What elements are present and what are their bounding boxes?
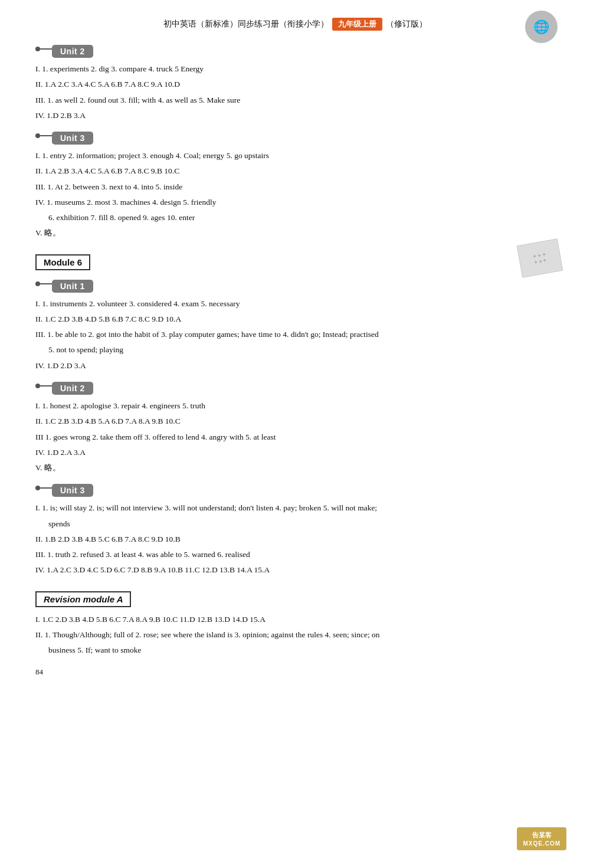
answer-line: II. 1.B 2.D 3.B 4.B 5.C 6.B 7.A 8.C 9.D … [35,533,555,546]
answer-line: I. 1. entry 2. information; project 3. e… [35,149,555,162]
answer-line: III 1. goes wrong 2. take them off 3. of… [35,431,555,444]
answer-line: III. 1. be able to 2. got into the habit… [35,328,555,341]
unit-section: Unit 2I. 1. experiments 2. dig 3. compar… [35,41,555,122]
grade-badge: 九年级上册 [332,18,382,31]
unit-label: Unit 3 [52,484,93,497]
answer-line: III. 1. At 2. between 3. next to 4. into… [35,181,555,194]
unit-badge-row: Unit 3 [35,484,93,497]
answer-line: II. 1.C 2.D 3.B 4.D 5.B 6.B 7.C 8.C 9.D … [35,313,555,326]
page-header: 初中英语（新标准）同步练习册（衔接小学） 九年级上册 （修订版） [35,18,555,31]
answer-line: III. 1. as well 2. found out 3. fill; wi… [35,94,555,107]
unit-label: Unit 2 [52,382,93,395]
revision-module-section: Revision module A [35,583,555,613]
answer-line: I. 1. honest 2. apologise 3. repair 4. e… [35,399,555,412]
header-text1: 初中英语（新标准）同步练习册（衔接小学） [163,19,329,30]
answer-line: III. 1. truth 2. refused 3. at least 4. … [35,548,555,561]
answer-line: 5. not to spend; playing [35,343,555,356]
answer-line: II. 1. Though/Although; full of 2. rose;… [35,628,555,641]
answer-line: II. 1.C 2.B 3.D 4.B 5.A 6.D 7.A 8.A 9.B … [35,415,555,428]
unit-label: Unit 3 [52,132,93,145]
unit-badge-row: Unit 1 [35,280,93,293]
globe-watermark: 🌐 [525,11,558,43]
dot-connector-icon [35,48,52,54]
answer-line: IV. 1.D 2.B 3.A [35,109,555,122]
answer-line: II. 1.A 2.C 3.A 4.C 5.A 6.B 7.A 8.C 9.A … [35,78,555,91]
unit-section: Unit 3I. 1. is; will stay 2. is; will no… [35,480,555,577]
unit-badge-row: Unit 3 [35,132,93,145]
answer-line: IV. 1.A 2.C 3.D 4.C 5.D 6.C 7.D 8.B 9.A … [35,564,555,577]
answer-line: IV. 1. museums 2. most 3. machines 4. de… [35,196,555,209]
answer-line: spends [35,517,555,530]
answer-line: I. 1. instruments 2. volunteer 3. consid… [35,297,555,310]
mid-watermark: ✦✦✦✦✦✦ [517,238,563,277]
dot-connector-icon [35,135,52,141]
answer-line: IV. 1.D 2.A 3.A [35,446,555,459]
lines-only-section: I. 1.C 2.D 3.B 4.D 5.B 6.C 7.A 8.A 9.B 1… [35,613,555,657]
dot-connector-icon [35,385,52,391]
unit-section: Unit 2I. 1. honest 2. apologise 3. repai… [35,378,555,474]
module-section: Module 6 [35,246,555,276]
bottom-watermark: 告某客MXQE.COM [517,827,566,850]
answer-line: I. 1. is; will stay 2. is; will not inte… [35,502,555,515]
dot-connector-icon [35,283,52,289]
answer-line: I. 1. experiments 2. dig 3. compare 4. t… [35,63,555,76]
unit-section: Unit 3I. 1. entry 2. information; projec… [35,128,555,240]
unit-label: Unit 2 [52,45,93,58]
answer-line: II. 1.A 2.B 3.A 4.C 5.A 6.B 7.A 8.C 9.B … [35,165,555,178]
module-label: Module 6 [35,254,90,270]
unit-section: Unit 1I. 1. instruments 2. volunteer 3. … [35,276,555,372]
answer-line: IV. 1.D 2.D 3.A [35,359,555,372]
unit-label: Unit 1 [52,280,93,293]
answer-line: V. 略。 [35,227,555,240]
header-text2: （修订版） [386,19,427,30]
revision-module-label: Revision module A [35,591,131,607]
answer-line: I. 1.C 2.D 3.B 4.D 5.B 6.C 7.A 8.A 9.B 1… [35,613,555,626]
dot-connector-icon [35,487,52,493]
page-number: 84 [35,667,555,677]
unit-badge-row: Unit 2 [35,382,93,395]
answer-line: V. 略。 [35,461,555,474]
main-content: Unit 2I. 1. experiments 2. dig 3. compar… [35,41,555,657]
answer-line: business 5. If; want to smoke [35,644,555,657]
unit-badge-row: Unit 2 [35,45,93,58]
answer-line: 6. exhibition 7. fill 8. opened 9. ages … [35,211,555,224]
